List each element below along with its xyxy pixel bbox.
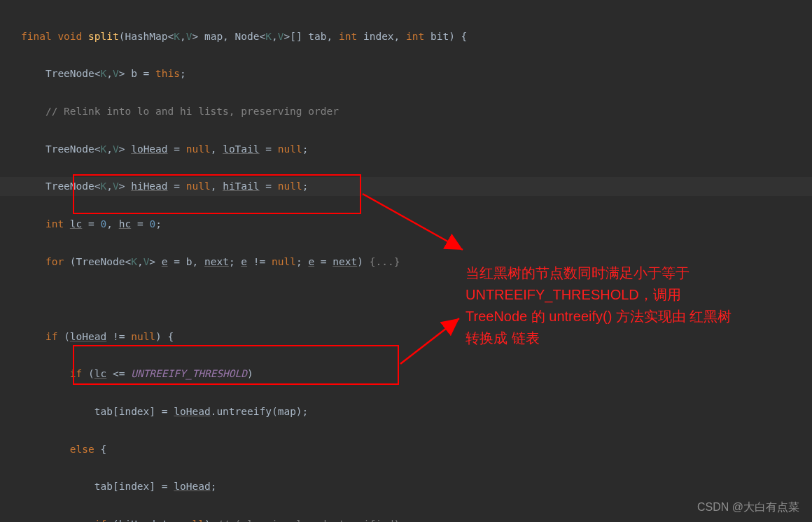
watermark: CSDN @大白有点菜	[697, 500, 799, 515]
code-editor: final void split(HashMap<K,V> map, Node<…	[0, 0, 812, 522]
code-line: tab[index] = loHead;	[21, 477, 812, 496]
code-line: if (hiHead != null) // (else is already …	[21, 515, 812, 522]
annotation-line: 当红黑树的节点数同时满足小于等于	[465, 265, 690, 281]
annotation-text: 当红黑树的节点数同时满足小于等于 UNTREEIFY_THRESHOLD，调用 …	[465, 262, 808, 349]
code-line: if (lc <= UNTREEIFY_THRESHOLD)	[21, 365, 812, 383]
code-line: else {	[21, 440, 812, 459]
annotation-line: UNTREEIFY_THRESHOLD，调用	[465, 287, 681, 302]
code-line-highlight: TreeNode<K,V> hiHead = null, hiTail = nu…	[0, 177, 812, 196]
annotation-line: TreeNode 的 untreeify() 方法实现由 红黑树	[465, 309, 732, 324]
annotation-line: 转换成 链表	[465, 330, 540, 346]
code-line: tab[index] = loHead.untreeify(map);	[21, 402, 812, 421]
code-line: TreeNode<K,V> b = this;	[21, 64, 812, 83]
code-line: // Relink into lo and hi lists, preservi…	[21, 102, 812, 121]
code-line: final void split(HashMap<K,V> map, Node<…	[21, 27, 812, 46]
code-line: int lc = 0, hc = 0;	[21, 215, 812, 234]
code-line: TreeNode<K,V> loHead = null, loTail = nu…	[21, 140, 812, 159]
